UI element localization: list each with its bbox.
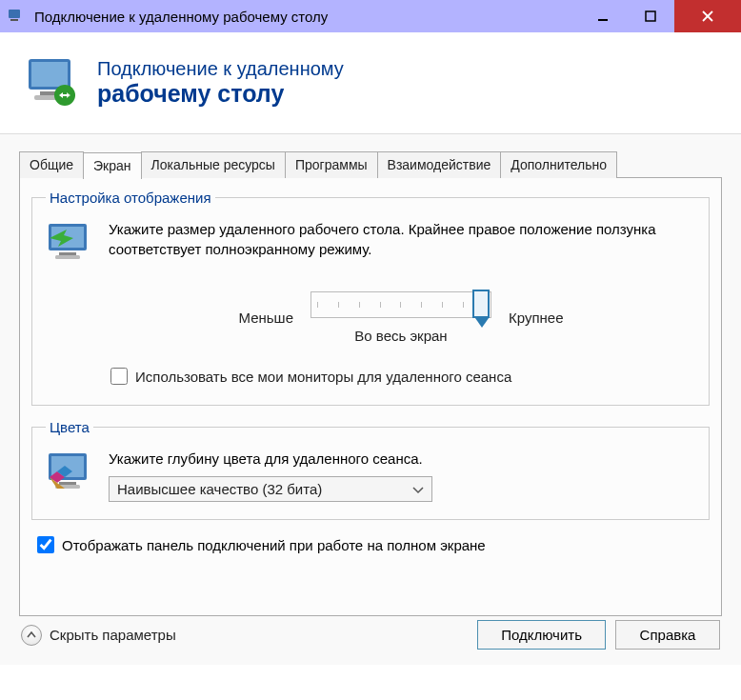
display-settings-legend: Настройка отображения — [46, 190, 215, 206]
color-depth-select[interactable]: Наивысшее качество (32 бита) — [109, 476, 432, 502]
color-depth-value: Наивысшее качество (32 бита) — [117, 481, 322, 497]
window-title: Подключение к удаленному рабочему столу — [34, 9, 579, 25]
svg-rect-13 — [59, 252, 76, 255]
tab-local-resources[interactable]: Локальные ресурсы — [141, 151, 286, 178]
svg-rect-3 — [646, 11, 655, 21]
resolution-slider-row: Меньше Во весь экран Крупнее — [107, 291, 695, 344]
tab-strip: Общие Экран Локальные ресурсы Программы … — [19, 151, 722, 178]
header-line2: рабочему столу — [97, 80, 344, 108]
minimize-button[interactable] — [579, 0, 627, 32]
tab-programs[interactable]: Программы — [285, 151, 378, 178]
tab-general[interactable]: Общие — [19, 151, 84, 178]
collapse-options-button[interactable] — [21, 625, 42, 646]
close-button[interactable] — [674, 0, 741, 32]
footer: Скрыть параметры Подключить Справка — [21, 620, 720, 650]
tab-advanced[interactable]: Дополнительно — [500, 151, 617, 178]
slider-more-label: Крупнее — [509, 310, 564, 326]
connect-button[interactable]: Подключить — [477, 620, 606, 650]
svg-rect-17 — [59, 482, 76, 485]
tab-panel-display: Настройка отображения Укажите размер уда… — [19, 177, 722, 616]
tab-experience[interactable]: Взаимодействие — [377, 151, 502, 178]
connection-bar-label: Отображать панель подключений при работе… — [62, 537, 486, 553]
svg-rect-1 — [10, 19, 18, 21]
rdp-icon — [23, 53, 82, 112]
use-all-monitors-checkbox[interactable] — [110, 368, 128, 385]
header: Подключение к удаленному рабочему столу — [0, 32, 741, 133]
maximize-button[interactable] — [627, 0, 674, 32]
colors-group: Цвета Укажите глубину цвета для удаленно… — [31, 419, 710, 520]
monitor-green-icon — [46, 219, 95, 269]
header-line1: Подключение к удаленному — [97, 58, 344, 80]
fullscreen-label: Во весь экран — [310, 328, 491, 344]
monitor-color-icon — [46, 449, 95, 498]
titlebar[interactable]: Подключение к удаленному рабочему столу — [0, 0, 741, 32]
svg-rect-14 — [55, 255, 80, 259]
slider-less-label: Меньше — [239, 310, 293, 326]
use-all-monitors-label: Использовать все мои мониторы для удален… — [135, 369, 511, 385]
hide-options-label[interactable]: Скрыть параметры — [50, 627, 176, 643]
tab-display[interactable]: Экран — [83, 152, 142, 179]
app-icon — [8, 8, 25, 25]
chevron-down-icon — [412, 481, 424, 497]
svg-rect-0 — [9, 10, 20, 18]
connection-bar-checkbox[interactable] — [37, 536, 54, 553]
colors-desc: Укажите глубину цвета для удаленного сеа… — [109, 449, 432, 469]
content-area: Общие Экран Локальные ресурсы Программы … — [0, 133, 741, 665]
colors-legend: Цвета — [46, 419, 93, 435]
svg-rect-7 — [31, 62, 68, 87]
help-button[interactable]: Справка — [615, 620, 720, 650]
slider-thumb[interactable] — [472, 290, 490, 318]
display-settings-desc: Укажите размер удаленного рабочего стола… — [109, 219, 695, 269]
display-settings-group: Настройка отображения Укажите размер уда… — [31, 190, 710, 406]
resolution-slider[interactable] — [310, 291, 491, 318]
